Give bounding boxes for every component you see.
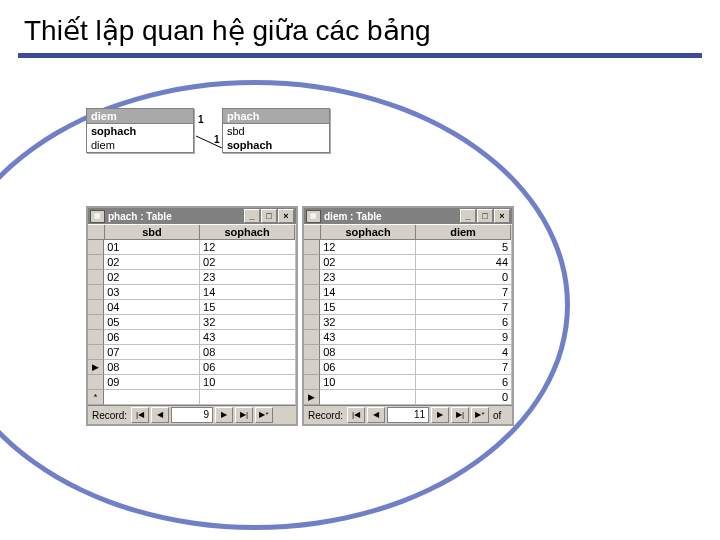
diem-titlebar[interactable]: ▦ diem : Table _ □ × (304, 208, 512, 224)
table-row[interactable]: 106 (304, 375, 512, 390)
close-button[interactable]: × (494, 209, 510, 223)
row-selector[interactable] (88, 375, 104, 390)
cell-sbd[interactable]: 03 (104, 285, 200, 300)
cell-sbd[interactable]: 02 (104, 270, 200, 285)
cell-sophach[interactable]: 12 (320, 240, 416, 255)
table-row[interactable]: 0532 (88, 315, 296, 330)
table-row[interactable]: 067 (304, 360, 512, 375)
row-selector[interactable] (304, 240, 320, 255)
cell-sbd[interactable]: 02 (104, 255, 200, 270)
nav-first-button[interactable]: |◀ (347, 407, 365, 423)
nav-first-button[interactable]: |◀ (131, 407, 149, 423)
table-row[interactable]: 0223 (88, 270, 296, 285)
table-row[interactable]: ▶0806 (88, 360, 296, 375)
row-selector-head[interactable] (304, 225, 321, 240)
row-selector[interactable] (88, 270, 104, 285)
minimize-button[interactable]: _ (460, 209, 476, 223)
new-row-marker[interactable]: * (88, 390, 104, 405)
table-row[interactable]: 125 (304, 240, 512, 255)
row-selector[interactable] (304, 255, 320, 270)
phach-col-sbd[interactable]: sbd (105, 225, 200, 240)
cell-sophach[interactable]: 08 (200, 345, 296, 360)
cell-sophach[interactable] (200, 390, 296, 405)
cell-sophach[interactable]: 23 (200, 270, 296, 285)
minimize-button[interactable]: _ (244, 209, 260, 223)
cell-sbd[interactable]: 01 (104, 240, 200, 255)
cell-sophach[interactable]: 14 (320, 285, 416, 300)
record-number-input[interactable]: 11 (387, 407, 429, 423)
cell-diem[interactable]: 0 (416, 390, 512, 405)
close-button[interactable]: × (278, 209, 294, 223)
nav-new-button[interactable]: ▶* (255, 407, 273, 423)
table-row[interactable]: 0244 (304, 255, 512, 270)
row-selector[interactable] (88, 300, 104, 315)
table-row[interactable]: 157 (304, 300, 512, 315)
cell-sophach[interactable]: 12 (200, 240, 296, 255)
phach-titlebar[interactable]: ▦ phach : Table _ □ × (88, 208, 296, 224)
relation-box-phach[interactable]: phach sbd sophach (222, 108, 330, 153)
cell-diem[interactable]: 7 (416, 360, 512, 375)
cell-diem[interactable]: 6 (416, 375, 512, 390)
nav-prev-button[interactable]: ◀ (151, 407, 169, 423)
cell-sophach[interactable]: 43 (320, 330, 416, 345)
table-row[interactable]: 439 (304, 330, 512, 345)
table-row[interactable]: 0112 (88, 240, 296, 255)
row-selector[interactable] (88, 330, 104, 345)
relation-field-diem[interactable]: diem (87, 138, 193, 152)
cell-sophach[interactable]: 32 (320, 315, 416, 330)
cell-sbd[interactable]: 09 (104, 375, 200, 390)
cell-sophach[interactable]: 06 (200, 360, 296, 375)
cell-sbd[interactable]: 06 (104, 330, 200, 345)
row-selector[interactable] (304, 345, 320, 360)
nav-prev-button[interactable]: ◀ (367, 407, 385, 423)
row-selector[interactable]: ▶ (304, 390, 320, 405)
row-selector[interactable] (304, 330, 320, 345)
cell-diem[interactable]: 9 (416, 330, 512, 345)
row-selector[interactable] (88, 315, 104, 330)
row-selector[interactable] (304, 300, 320, 315)
row-selector-head[interactable] (88, 225, 105, 240)
cell-sbd[interactable]: 04 (104, 300, 200, 315)
cell-sophach[interactable]: 08 (320, 345, 416, 360)
nav-last-button[interactable]: ▶| (451, 407, 469, 423)
table-row[interactable]: 147 (304, 285, 512, 300)
cell-sbd[interactable]: 05 (104, 315, 200, 330)
table-row[interactable]: ▶0 (304, 390, 512, 405)
cell-sbd[interactable] (104, 390, 200, 405)
relation-field-sophach[interactable]: sophach (87, 124, 193, 138)
cell-diem[interactable]: 0 (416, 270, 512, 285)
cell-diem[interactable]: 4 (416, 345, 512, 360)
nav-last-button[interactable]: ▶| (235, 407, 253, 423)
cell-diem[interactable]: 5 (416, 240, 512, 255)
table-row[interactable]: 0708 (88, 345, 296, 360)
cell-sophach[interactable]: 23 (320, 270, 416, 285)
table-row[interactable]: 230 (304, 270, 512, 285)
relation-box-diem[interactable]: diem sophach diem (86, 108, 194, 153)
row-selector[interactable] (88, 255, 104, 270)
nav-next-button[interactable]: ▶ (215, 407, 233, 423)
table-row[interactable]: 326 (304, 315, 512, 330)
relation-field-sophach2[interactable]: sophach (223, 138, 329, 152)
row-selector[interactable] (304, 375, 320, 390)
table-row[interactable]: 084 (304, 345, 512, 360)
maximize-button[interactable]: □ (261, 209, 277, 223)
table-new-row[interactable]: * (88, 390, 296, 405)
cell-sophach[interactable]: 15 (320, 300, 416, 315)
table-row[interactable]: 0643 (88, 330, 296, 345)
diem-col-sophach[interactable]: sophach (321, 225, 416, 240)
cell-sophach[interactable] (320, 390, 416, 405)
cell-sophach[interactable]: 02 (200, 255, 296, 270)
row-selector[interactable] (304, 285, 320, 300)
cell-sophach[interactable]: 15 (200, 300, 296, 315)
table-row[interactable]: 0314 (88, 285, 296, 300)
row-selector[interactable] (88, 240, 104, 255)
cell-diem[interactable]: 7 (416, 285, 512, 300)
maximize-button[interactable]: □ (477, 209, 493, 223)
cell-diem[interactable]: 7 (416, 300, 512, 315)
cell-diem[interactable]: 6 (416, 315, 512, 330)
row-selector[interactable] (88, 345, 104, 360)
row-selector[interactable] (304, 360, 320, 375)
nav-new-button[interactable]: ▶* (471, 407, 489, 423)
cell-sbd[interactable]: 08 (104, 360, 200, 375)
cell-sophach[interactable]: 43 (200, 330, 296, 345)
